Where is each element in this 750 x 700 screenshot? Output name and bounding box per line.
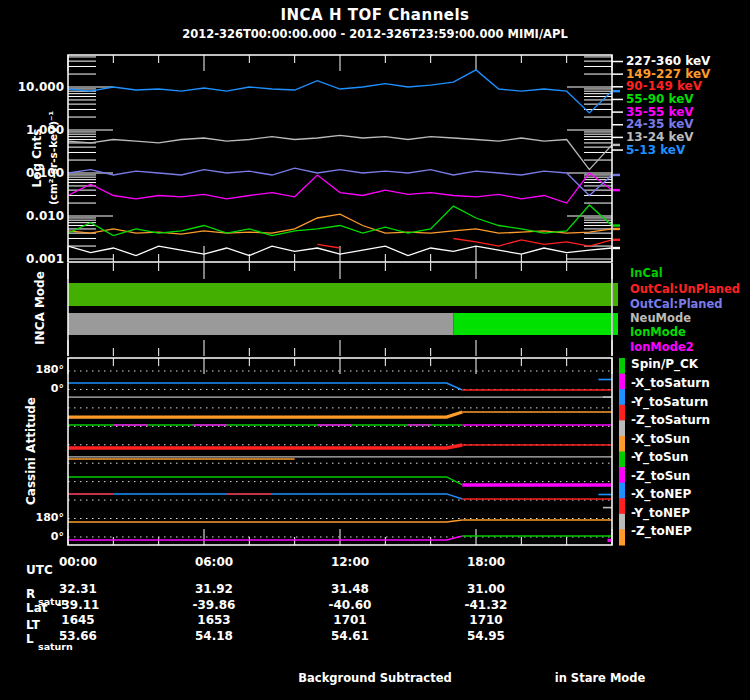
mode-label-incal: InCal <box>630 266 663 280</box>
r-value: 32.31 <box>38 582 118 596</box>
time-range-subtitle: 2012-326T00:00:00.000 - 2012-326T23:59:0… <box>0 27 750 41</box>
y-tick-label: 0.010 <box>4 209 64 223</box>
y-tick-label: 0.100 <box>4 166 64 180</box>
l-value: 54.95 <box>446 629 526 643</box>
footer-background-subtracted: Background Subtracted <box>275 671 475 685</box>
l-value: 53.66 <box>38 629 118 643</box>
attitude-label-x-nep: -X_toNEP <box>631 487 691 502</box>
lat-value: -41.32 <box>446 598 526 612</box>
top-panel-traces <box>68 70 612 256</box>
utc-value: 00:00 <box>38 555 118 569</box>
attitude-deg-tick: 180° <box>4 363 64 376</box>
mode-axis-label: INCA Mode <box>33 271 47 345</box>
utc-value: 06:00 <box>174 555 254 569</box>
legend-channel-55-90: 55-90 keV <box>626 93 694 106</box>
attitude-deg-tick: 0° <box>4 530 64 543</box>
attitude-deg-tick: 0° <box>4 382 64 395</box>
r-value: 31.00 <box>446 582 526 596</box>
mode-label-neumode: NeuMode <box>630 311 691 325</box>
lat-value: -40.60 <box>310 598 390 612</box>
lt-value: 1645 <box>38 613 118 627</box>
page-title: INCA H TOF Channels <box>0 6 750 24</box>
attitude-deg-tick: 180° <box>4 511 64 524</box>
attitude-label-y-nep: -Y_toNEP <box>631 506 690 521</box>
inca-tof-plot-page: { "title": "INCA H TOF Channels", "subti… <box>0 0 750 700</box>
lat-value: -39.11 <box>38 598 118 612</box>
r-value: 31.92 <box>174 582 254 596</box>
lt-value: 1653 <box>174 613 254 627</box>
mode-label-ionmode: IonMode <box>630 325 686 339</box>
utc-value: 12:00 <box>310 555 390 569</box>
mode-label-outcal-unplaned: OutCal:UnPlaned <box>630 282 740 296</box>
attitude-label-z-nep: -Z_toNEP <box>631 524 692 539</box>
y-tick-label: 10.000 <box>4 80 64 94</box>
l-value: 54.61 <box>310 629 390 643</box>
attitude-traces <box>68 380 612 541</box>
lt-value: 1710 <box>446 613 526 627</box>
row-label-r: R <box>26 587 35 601</box>
utc-value: 18:00 <box>446 555 526 569</box>
r-value: 31.48 <box>310 582 390 596</box>
l-value: 54.18 <box>174 629 254 643</box>
mode-label-ionmode2: IonMode2 <box>630 340 694 354</box>
attitude-label-x-sun: -X_toSun <box>631 432 690 447</box>
row-label-l: L <box>26 632 34 646</box>
y-tick-label: 1.000 <box>4 123 64 137</box>
legend-channel-13-24: 13-24 keV <box>626 131 694 144</box>
mode-label-outcal-planed: OutCal:Planed <box>630 297 723 311</box>
lt-value: 1701 <box>310 613 390 627</box>
lat-value: -39.86 <box>174 598 254 612</box>
attitude-label-spin: Spin/P_CK <box>631 357 698 372</box>
attitude-axis-label: Cassini Attitude <box>24 397 38 505</box>
attitude-label-z-saturn: -Z_toSaturn <box>631 413 710 428</box>
y-tick-label: 0.001 <box>4 252 64 266</box>
attitude-label-y-sun: -Y_toSun <box>631 450 689 465</box>
attitude-label-z-sun: -Z_toSun <box>631 469 690 484</box>
legend-channel-5-13: 5-13 keV <box>626 144 685 157</box>
attitude-label-x-saturn: -X_toSaturn <box>631 376 710 391</box>
attitude-label-y-saturn: -Y_toSaturn <box>631 395 708 410</box>
footer-stare-mode: in Stare Mode <box>520 671 680 685</box>
